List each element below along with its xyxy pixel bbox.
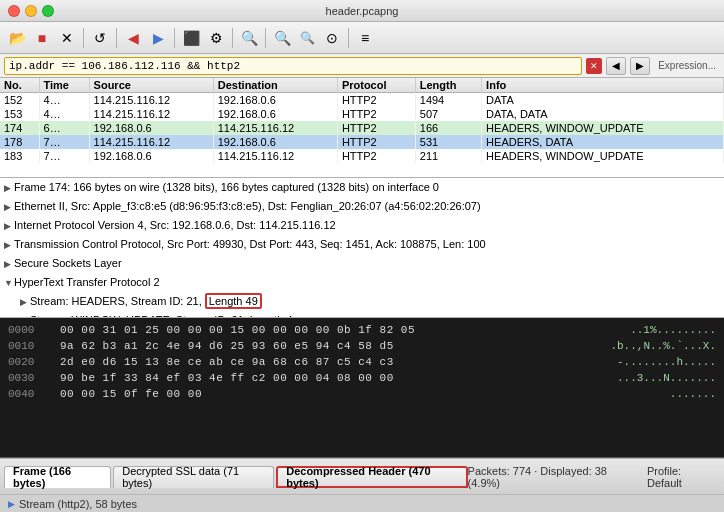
capture-icon[interactable]: ⬛ xyxy=(180,27,202,49)
tree-arrow-icon: ▶ xyxy=(4,180,14,196)
toolbar-separator-4 xyxy=(232,28,233,48)
cell-dest: 114.215.116.12 xyxy=(213,149,337,163)
zoom-reset-icon[interactable]: ⊙ xyxy=(321,27,343,49)
table-row[interactable]: 1837…192.168.0.6114.215.116.12HTTP2211HE… xyxy=(0,149,724,163)
toolbar-separator-5 xyxy=(265,28,266,48)
toolbar-separator-1 xyxy=(83,28,84,48)
table-row[interactable]: 1534…114.215.116.12192.168.0.6HTTP2507DA… xyxy=(0,107,724,121)
status-bottom: ▶ Stream (http2), 58 bytes xyxy=(0,494,724,512)
nav-back-icon[interactable]: ◀ xyxy=(122,27,144,49)
cell-source: 192.168.0.6 xyxy=(89,121,213,135)
hex-offset: 0010 xyxy=(8,338,44,354)
cell-dest: 192.168.0.6 xyxy=(213,107,337,121)
tree-item-text: Transmission Control Protocol, Src Port:… xyxy=(14,238,486,250)
packet-table: No. Time Source Destination Protocol Len… xyxy=(0,78,724,163)
cell-time: 4… xyxy=(39,107,89,121)
hex-bytes: 2d e0 d6 15 13 8e ce ab ce 9a 68 c6 87 c… xyxy=(60,354,601,370)
window-controls xyxy=(8,5,54,17)
detail-tree-item[interactable]: ▶ Stream: WINDOW_UPDATE, Stream ID: 21, … xyxy=(0,311,724,318)
hex-ascii: .b..,N..%.`...X. xyxy=(610,338,716,354)
col-source: Source xyxy=(89,78,213,93)
expression-button[interactable]: Expression... xyxy=(654,60,720,71)
hex-ascii: -........h..... xyxy=(617,354,716,370)
cell-dest: 192.168.0.6 xyxy=(213,135,337,149)
hex-ascii: ....... xyxy=(670,386,716,402)
cell-info: DATA xyxy=(482,93,724,108)
filter-left-button[interactable]: ◀ xyxy=(606,57,626,75)
cell-no: 183 xyxy=(0,149,39,163)
hex-bytes: 00 00 15 0f fe 00 00 xyxy=(60,386,654,402)
zoom-out-icon[interactable]: 🔍 xyxy=(296,27,318,49)
toolbar-separator-3 xyxy=(174,28,175,48)
detail-tree-item[interactable]: ▶ Frame 174: 166 bytes on wire (1328 bit… xyxy=(0,178,724,197)
hex-offset: 0040 xyxy=(8,386,44,402)
save-file-icon[interactable]: ■ xyxy=(31,27,53,49)
hex-bytes: 9a 62 b3 a1 2c 4e 94 d6 25 93 60 e5 94 c… xyxy=(60,338,594,354)
toolbar-separator-2 xyxy=(116,28,117,48)
detail-tree-item[interactable]: ▶ Stream: HEADERS, Stream ID: 21, Length… xyxy=(0,292,724,311)
find-icon[interactable]: 🔍 xyxy=(238,27,260,49)
cell-len: 1494 xyxy=(415,93,481,108)
cell-source: 192.168.0.6 xyxy=(89,149,213,163)
hex-offset: 0000 xyxy=(8,322,44,338)
detail-tree-item[interactable]: ▼ HyperText Transfer Protocol 2 xyxy=(0,273,724,292)
window-title: header.pcapng xyxy=(326,5,399,17)
hex-bytes: 00 00 31 01 25 00 00 00 15 00 00 00 00 0… xyxy=(60,322,614,338)
tree-arrow-icon: ▶ xyxy=(20,294,30,310)
cell-time: 6… xyxy=(39,121,89,135)
detail-tree-item[interactable]: ▶ Secure Sockets Layer xyxy=(0,254,724,273)
cell-len: 507 xyxy=(415,107,481,121)
hex-row: 00109a 62 b3 a1 2c 4e 94 d6 25 93 60 e5 … xyxy=(8,338,716,354)
filter-right-button[interactable]: ▶ xyxy=(630,57,650,75)
tree-arrow-icon: ▶ xyxy=(4,199,14,215)
status-tab[interactable]: Decompressed Header (470 bytes) xyxy=(276,466,467,488)
detail-tree-item[interactable]: ▶ Internet Protocol Version 4, Src: 192.… xyxy=(0,216,724,235)
detail-tree-item[interactable]: ▶ Transmission Control Protocol, Src Por… xyxy=(0,235,724,254)
status-tab[interactable]: Frame (166 bytes) xyxy=(4,466,111,488)
cell-proto: HTTP2 xyxy=(337,107,415,121)
cell-info: HEADERS, WINDOW_UPDATE xyxy=(482,149,724,163)
options-icon[interactable]: ⚙ xyxy=(205,27,227,49)
zoom-in-icon[interactable]: 🔍 xyxy=(271,27,293,49)
col-proto: Protocol xyxy=(337,78,415,93)
cell-source: 114.215.116.12 xyxy=(89,135,213,149)
filter-clear-button[interactable]: ✕ xyxy=(586,58,602,74)
cell-no: 174 xyxy=(0,121,39,135)
open-file-icon[interactable]: 📂 xyxy=(6,27,28,49)
cell-proto: HTTP2 xyxy=(337,149,415,163)
tree-arrow-icon: ▶ xyxy=(4,256,14,272)
minimize-button[interactable] xyxy=(25,5,37,17)
reload-icon[interactable]: ↺ xyxy=(89,27,111,49)
columns-icon[interactable]: ≡ xyxy=(354,27,376,49)
length-highlight: Length 49 xyxy=(205,293,262,309)
table-row[interactable]: 1524…114.215.116.12192.168.0.6HTTP21494D… xyxy=(0,93,724,108)
tree-item-text: HyperText Transfer Protocol 2 xyxy=(14,276,160,288)
close-button[interactable] xyxy=(8,5,20,17)
cell-len: 166 xyxy=(415,121,481,135)
hex-offset: 0020 xyxy=(8,354,44,370)
hex-ascii: ..1%......... xyxy=(630,322,716,338)
detail-tree-item[interactable]: ▶ Ethernet II, Src: Apple_f3:c8:e5 (d8:9… xyxy=(0,197,724,216)
table-row[interactable]: 1746…192.168.0.6114.215.116.12HTTP2166HE… xyxy=(0,121,724,135)
stream-info: Stream (http2), 58 bytes xyxy=(19,498,137,510)
detail-pane: ▶ Frame 174: 166 bytes on wire (1328 bit… xyxy=(0,178,724,318)
packet-rows: 1524…114.215.116.12192.168.0.6HTTP21494D… xyxy=(0,93,724,164)
close-file-icon[interactable]: ✕ xyxy=(56,27,78,49)
tree-arrow-icon: ▼ xyxy=(4,275,14,291)
cell-time: 7… xyxy=(39,149,89,163)
cell-source: 114.215.116.12 xyxy=(89,93,213,108)
nav-forward-icon[interactable]: ▶ xyxy=(147,27,169,49)
maximize-button[interactable] xyxy=(42,5,54,17)
tree-item-text: Frame 174: 166 bytes on wire (1328 bits)… xyxy=(14,181,439,193)
hex-ascii: ...3...N....... xyxy=(617,370,716,386)
hex-row: 000000 00 31 01 25 00 00 00 15 00 00 00 … xyxy=(8,322,716,338)
cell-dest: 192.168.0.6 xyxy=(213,93,337,108)
status-tab[interactable]: Decrypted SSL data (71 bytes) xyxy=(113,466,274,488)
tree-item-text: Stream: HEADERS, Stream ID: 21, xyxy=(30,295,205,307)
profile-label: Profile: Default xyxy=(647,465,716,489)
hex-row: 004000 00 15 0f fe 00 00....... xyxy=(8,386,716,402)
cell-no: 153 xyxy=(0,107,39,121)
table-row[interactable]: 1787…114.215.116.12192.168.0.6HTTP2531HE… xyxy=(0,135,724,149)
filter-input[interactable] xyxy=(4,57,582,75)
filter-bar: ✕ ◀ ▶ Expression... xyxy=(0,54,724,78)
